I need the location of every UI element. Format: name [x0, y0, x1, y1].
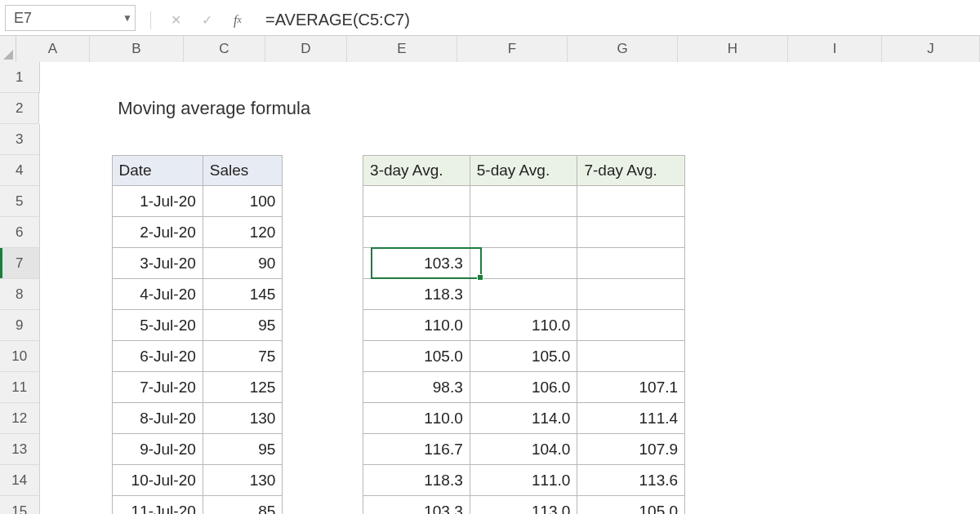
cell-sales-7[interactable]: 90: [203, 248, 283, 279]
cell-D6[interactable]: [283, 217, 363, 248]
cell-7day-9[interactable]: [577, 310, 685, 341]
row-header-9[interactable]: 9: [0, 310, 40, 341]
cell-7day-7[interactable]: [577, 248, 685, 279]
cell-J8[interactable]: [884, 279, 980, 310]
cell-date-7[interactable]: 3-Jul-20: [112, 248, 203, 279]
column-header-J[interactable]: J: [882, 36, 980, 62]
cell-7day-13[interactable]: 107.9: [577, 434, 685, 465]
cell-J13[interactable]: [884, 434, 980, 465]
row-header-15[interactable]: 15: [0, 496, 40, 514]
cell-A12[interactable]: [40, 403, 112, 434]
row-header-10[interactable]: 10: [0, 341, 40, 372]
cell-H10[interactable]: [685, 341, 793, 372]
header-5day[interactable]: 5-day Avg.: [470, 155, 578, 186]
cell-5day-14[interactable]: 111.0: [470, 465, 578, 496]
cell-E1[interactable]: [363, 62, 470, 93]
cell-J14[interactable]: [884, 465, 980, 496]
cell-date-14[interactable]: 10-Jul-20: [112, 465, 203, 496]
cell-J6[interactable]: [884, 217, 980, 248]
cell-H1[interactable]: [685, 62, 793, 93]
cell-I10[interactable]: [793, 341, 884, 372]
cell-sales-13[interactable]: 95: [203, 434, 283, 465]
column-header-F[interactable]: F: [457, 36, 568, 62]
cell-date-6[interactable]: 2-Jul-20: [112, 217, 203, 248]
column-header-C[interactable]: C: [184, 36, 265, 62]
row-header-11[interactable]: 11: [0, 372, 40, 403]
cell-5day-6[interactable]: [470, 217, 578, 248]
cell-A15[interactable]: [40, 496, 112, 514]
cell-J3[interactable]: [884, 124, 980, 155]
cell-5day-12[interactable]: 114.0: [470, 403, 578, 434]
cell-A6[interactable]: [40, 217, 112, 248]
cell-5day-10[interactable]: 105.0: [470, 341, 578, 372]
cell-sales-8[interactable]: 145: [203, 279, 283, 310]
cell-7day-15[interactable]: 105.0: [577, 496, 685, 514]
column-header-H[interactable]: H: [678, 36, 788, 62]
cell-J12[interactable]: [884, 403, 980, 434]
cell-G2[interactable]: [579, 93, 686, 124]
cell-J2[interactable]: [884, 93, 980, 124]
cell-J7[interactable]: [884, 248, 980, 279]
cell-I6[interactable]: [793, 217, 884, 248]
cell-D3[interactable]: [283, 124, 363, 155]
cell-J10[interactable]: [884, 341, 980, 372]
cell-A7[interactable]: [40, 248, 112, 279]
row-header-14[interactable]: 14: [0, 465, 40, 496]
row-header-6[interactable]: 6: [0, 217, 40, 248]
cell-C3[interactable]: [203, 124, 283, 155]
cell-D11[interactable]: [283, 372, 363, 403]
row-header-1[interactable]: 1: [0, 62, 40, 93]
cell-H3[interactable]: [685, 124, 793, 155]
cell-D15[interactable]: [283, 496, 363, 514]
cell-A10[interactable]: [40, 341, 112, 372]
cell-J1[interactable]: [884, 62, 980, 93]
name-box-dropdown-icon[interactable]: ▼: [120, 12, 135, 24]
column-header-D[interactable]: D: [265, 36, 347, 62]
cell-7day-10[interactable]: [577, 341, 685, 372]
name-box[interactable]: E7 ▼: [5, 5, 136, 31]
cell-5day-11[interactable]: 106.0: [470, 372, 578, 403]
cell-7day-5[interactable]: [577, 186, 685, 217]
cell-I13[interactable]: [793, 434, 884, 465]
insert-function-icon[interactable]: fx: [229, 12, 246, 29]
header-date[interactable]: Date: [112, 155, 203, 186]
cell-A11[interactable]: [40, 372, 112, 403]
cell-H5[interactable]: [685, 186, 793, 217]
cell-I4[interactable]: [793, 155, 884, 186]
cell-A1[interactable]: [40, 62, 112, 93]
cell-3day-6[interactable]: [363, 217, 470, 248]
cell-7day-8[interactable]: [577, 279, 685, 310]
cell-G3[interactable]: [577, 124, 685, 155]
cell-3day-5[interactable]: [363, 186, 470, 217]
cell-5day-9[interactable]: 110.0: [470, 310, 578, 341]
cell-date-13[interactable]: 9-Jul-20: [112, 434, 203, 465]
cell-7day-12[interactable]: 111.4: [577, 403, 685, 434]
cell-I12[interactable]: [793, 403, 884, 434]
column-header-A[interactable]: A: [16, 36, 90, 62]
cell-I7[interactable]: [793, 248, 884, 279]
cell-5day-7[interactable]: [470, 248, 578, 279]
header-sales[interactable]: Sales: [203, 155, 283, 186]
cell-D13[interactable]: [283, 434, 363, 465]
cell-sales-10[interactable]: 75: [203, 341, 283, 372]
cell-I5[interactable]: [793, 186, 884, 217]
column-header-I[interactable]: I: [788, 36, 882, 62]
cell-sales-9[interactable]: 95: [203, 310, 283, 341]
cell-3day-9[interactable]: 110.0: [363, 310, 470, 341]
cell-D4[interactable]: [283, 155, 363, 186]
cell-3day-11[interactable]: 98.3: [363, 372, 470, 403]
row-header-5[interactable]: 5: [0, 186, 40, 217]
cell-date-10[interactable]: 6-Jul-20: [112, 341, 203, 372]
cell-B1[interactable]: [112, 62, 203, 93]
cell-I9[interactable]: [793, 310, 884, 341]
cell-G1[interactable]: [577, 62, 685, 93]
cell-A8[interactable]: [40, 279, 112, 310]
cell-F3[interactable]: [470, 124, 578, 155]
row-header-13[interactable]: 13: [0, 434, 40, 465]
cell-J4[interactable]: [884, 155, 980, 186]
cell-D1[interactable]: [283, 62, 363, 93]
cell-H9[interactable]: [685, 310, 793, 341]
cell-J5[interactable]: [884, 186, 980, 217]
formula-input[interactable]: =AVERAGE(C5:C7): [259, 5, 975, 35]
column-header-G[interactable]: G: [568, 36, 678, 62]
